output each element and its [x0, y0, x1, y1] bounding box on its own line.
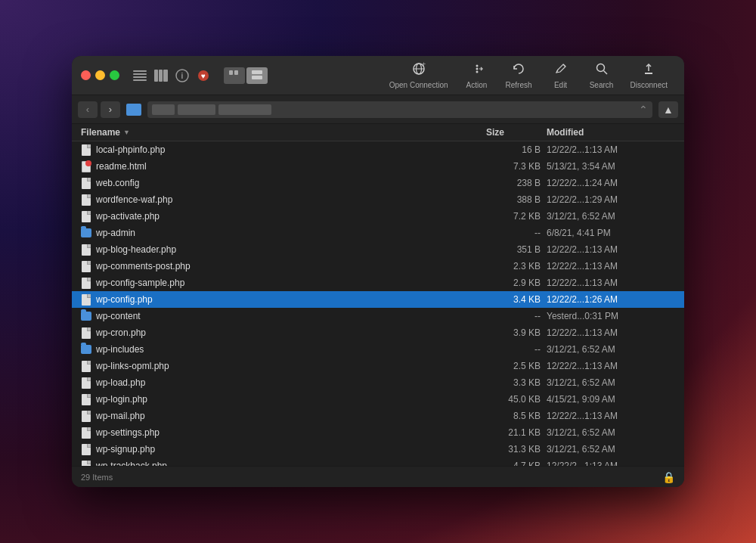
file-size: -- [486, 311, 547, 321]
svg-point-21 [476, 70, 478, 73]
column-view-icon[interactable] [153, 67, 169, 84]
file-type-icon [81, 177, 91, 189]
file-name: wp-login.php [96, 394, 147, 405]
table-row[interactable]: wp-includes -- 3/12/21, 6:52 AM [72, 341, 684, 358]
svg-rect-11 [229, 70, 233, 75]
disconnect-button[interactable]: Disconnect [623, 59, 675, 92]
table-row[interactable]: wp-load.php 3.3 KB 3/12/21, 6:52 AM [72, 374, 684, 391]
table-row[interactable]: wp-login.php 45.0 KB 4/15/21, 9:09 AM [72, 391, 684, 408]
file-name: wp-includes [96, 344, 144, 355]
svg-rect-12 [234, 70, 238, 75]
file-date: 12/22/2...1:13 AM [547, 144, 675, 155]
filename-cell: wordfence-waf.php [81, 194, 486, 206]
svg-rect-14 [252, 76, 262, 79]
file-icon [82, 394, 91, 405]
table-row[interactable]: wp-activate.php 7.2 KB 3/12/21, 6:52 AM [72, 208, 684, 225]
icon-view-button[interactable] [224, 67, 245, 84]
table-row[interactable]: wp-signup.php 31.3 KB 3/12/21, 6:52 AM [72, 441, 684, 458]
svg-line-23 [603, 70, 607, 74]
list-view-icon[interactable] [132, 67, 148, 84]
svg-rect-2 [133, 76, 147, 78]
svg-text:i: i [181, 72, 184, 80]
minimize-button[interactable] [95, 70, 105, 80]
info-icon[interactable]: i [174, 67, 191, 84]
modified-header[interactable]: Modified [547, 127, 675, 138]
file-size: 3.4 KB [486, 294, 547, 305]
file-type-icon [81, 460, 91, 466]
action-button[interactable]: Action [457, 59, 497, 92]
path-dropdown-button[interactable]: ⌃ [639, 104, 648, 116]
file-list-header: Filename ▼ Size Modified [72, 124, 684, 141]
table-row[interactable]: wp-mail.php 8.5 KB 12/22/2...1:13 AM [72, 408, 684, 424]
table-row[interactable]: wp-content -- Yesterd...0:31 PM [72, 308, 684, 324]
size-header[interactable]: Size [486, 127, 547, 138]
table-row[interactable]: wp-comments-post.php 2.3 KB 12/22/2...1:… [72, 258, 684, 275]
lock-icon: 🔒 [662, 471, 675, 483]
table-row[interactable]: wp-settings.php 21.1 KB 3/12/21, 6:52 AM [72, 424, 684, 441]
back-button[interactable]: ‹ [78, 101, 98, 118]
refresh-button[interactable]: Refresh [498, 59, 540, 92]
file-type-icon [81, 244, 91, 256]
file-icon [82, 461, 91, 467]
file-size: 2.3 KB [486, 261, 547, 272]
disconnect-label: Disconnect [631, 81, 668, 89]
table-row[interactable]: wp-admin -- 6/8/21, 4:41 PM [72, 225, 684, 241]
file-size: 238 B [486, 178, 547, 188]
folder-icon [81, 228, 91, 237]
share-icon[interactable]: ♥ [195, 67, 212, 84]
table-row[interactable]: readme.html 7.3 KB 5/13/21, 3:54 AM [72, 158, 684, 175]
table-row[interactable]: wordfence-waf.php 388 B 12/22/2...1:29 A… [72, 191, 684, 208]
file-size: 8.5 KB [486, 411, 547, 421]
file-type-icon [81, 194, 91, 206]
upload-button[interactable]: ▲ [658, 101, 678, 118]
file-size: 3.9 KB [486, 327, 547, 338]
detail-view-button[interactable] [246, 67, 268, 84]
file-date: 12/22/2...1:13 AM [547, 327, 675, 338]
table-row[interactable]: wp-config-sample.php 2.9 KB 12/22/2...1:… [72, 275, 684, 291]
file-name: wp-content [96, 311, 141, 321]
file-name: wp-cron.php [96, 327, 146, 338]
table-row[interactable]: wp-cron.php 3.9 KB 12/22/2...1:13 AM [72, 324, 684, 341]
sort-arrow: ▼ [123, 129, 130, 136]
close-button[interactable] [81, 70, 91, 80]
file-name: wp-config.php [96, 294, 153, 305]
file-name: wp-comments-post.php [96, 261, 191, 272]
svg-rect-4 [154, 70, 158, 82]
file-size: 7.2 KB [486, 211, 547, 222]
file-date: 3/12/21, 6:52 AM [547, 427, 675, 438]
svg-point-22 [596, 64, 604, 71]
file-size: 21.1 KB [486, 427, 547, 438]
filename-header[interactable]: Filename ▼ [81, 127, 486, 138]
file-type-icon [81, 210, 91, 222]
edit-label: Edit [554, 81, 567, 89]
file-name: wp-load.php [96, 377, 145, 388]
file-date: 12/22/2...1:13 AM [547, 411, 675, 421]
file-date: 12/22/2...1:13 AM [547, 278, 675, 288]
file-date: 4/15/21, 9:09 AM [547, 394, 675, 405]
file-type-icon [81, 310, 91, 322]
filename-cell: web.config [81, 177, 486, 189]
forward-button[interactable]: › [101, 101, 120, 118]
edit-button[interactable]: Edit [541, 59, 581, 92]
path-bar[interactable]: ⌃ [147, 101, 652, 118]
fullscreen-button[interactable] [110, 70, 119, 80]
path-segment [178, 104, 215, 115]
table-row[interactable]: wp-trackback.php 4.7 KB 12/22/2...1:13 A… [72, 458, 684, 466]
file-icon [82, 294, 91, 306]
table-row[interactable]: wp-links-opml.php 2.5 KB 12/22/2...1:13 … [72, 358, 684, 374]
open-connection-label: Open Connection [389, 81, 448, 89]
file-icon [82, 261, 91, 272]
table-row[interactable]: web.config 238 B 12/22/2...1:24 AM [72, 175, 684, 191]
path-segments [152, 104, 271, 115]
filename-cell: wp-config-sample.php [81, 277, 486, 289]
table-row[interactable]: local-phpinfo.php 16 B 12/22/2...1:13 AM [72, 141, 684, 158]
search-button[interactable]: Search [582, 59, 621, 92]
file-icon [82, 211, 91, 222]
table-row[interactable]: wp-config.php 3.4 KB 12/22/2...1:26 AM [72, 291, 684, 308]
open-connection-button[interactable]: + Open Connection [382, 59, 456, 92]
file-icon [82, 327, 91, 339]
table-row[interactable]: wp-blog-header.php 351 B 12/22/2...1:13 … [72, 241, 684, 258]
file-icon [82, 244, 91, 256]
file-date: 3/12/21, 6:52 AM [547, 344, 675, 355]
filename-cell: wp-admin [81, 227, 486, 239]
